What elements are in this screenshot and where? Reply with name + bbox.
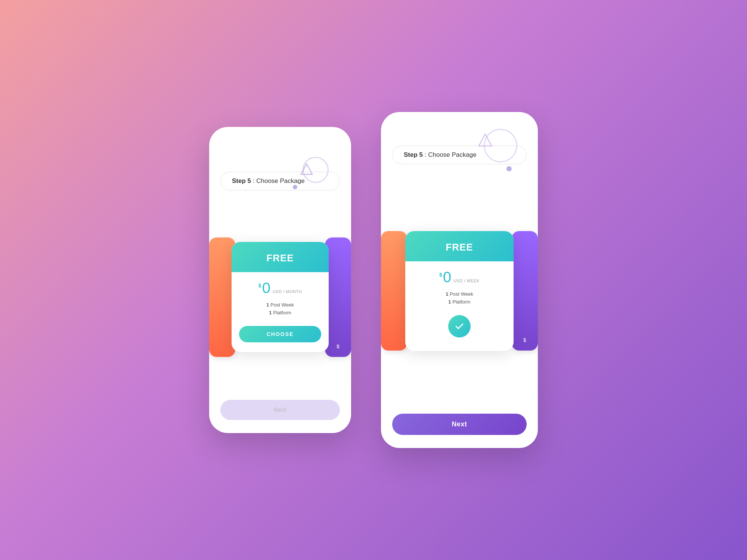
package-card-free-left: FREE $ 0 USD / MONTH 1 Post Week 1 Platf… — [232, 242, 329, 352]
feature-qty: 1 — [448, 299, 451, 305]
feature-qty: 1 — [266, 302, 269, 308]
price-row-right: $ 0 USD / WEEK — [439, 270, 480, 284]
step-number-right: Step 5 — [404, 151, 423, 158]
feature-qty: 1 — [269, 310, 272, 315]
carousel-left: $ FREE $ 0 USD / MONTH 1 Post Week — [220, 202, 340, 392]
price-row-left: $ 0 USD / MONTH — [258, 280, 302, 295]
package-header-left: FREE — [232, 242, 329, 272]
feature-list-left: 1 Post Week 1 Platform — [239, 302, 321, 318]
next-button-right[interactable]: Next — [392, 414, 527, 435]
circle-deco-left-top — [303, 157, 329, 183]
left-phone: Step 5 : Choose Package $ FREE $ 0 USD /… — [209, 127, 351, 433]
side-card-orange-right — [381, 231, 407, 351]
feature-item: 1 Platform — [239, 310, 321, 315]
price-period-right: USD / WEEK — [453, 279, 480, 283]
step-text-right: : Choose Package — [423, 151, 477, 158]
feature-list-right: 1 Post Week 1 Platform — [413, 291, 506, 307]
feature-label: Post Week — [270, 302, 294, 308]
step-number-left: Step 5 — [232, 177, 251, 184]
price-number-right: 0 — [443, 270, 451, 284]
side-card-purple-right: $ — [512, 231, 538, 351]
price-period-left: USD / MONTH — [273, 289, 302, 294]
feature-item: 1 Platform — [413, 299, 506, 305]
dot-deco-right — [506, 166, 512, 171]
feature-item: 1 Post Week — [239, 302, 321, 308]
selected-check-circle — [448, 315, 471, 337]
feature-label: Platform — [452, 299, 470, 305]
price-dollar-left: $ — [258, 283, 261, 289]
step-text-left: : Choose Package — [251, 177, 305, 184]
package-body-right: $ 0 USD / WEEK 1 Post Week 1 Platform — [405, 261, 514, 351]
circle-deco-right-top — [484, 129, 517, 162]
package-name-right: FREE — [413, 242, 506, 253]
feature-item: 1 Post Week — [413, 291, 506, 297]
price-number-left: 0 — [262, 280, 270, 295]
package-body-left: $ 0 USD / MONTH 1 Post Week 1 Platform C… — [232, 272, 329, 352]
price-dollar-right: $ — [439, 272, 442, 278]
choose-button[interactable]: CHOOSE — [239, 326, 321, 342]
feature-qty: 1 — [446, 291, 448, 297]
feature-label: Post Week — [450, 291, 473, 297]
package-name-left: FREE — [239, 252, 321, 264]
feature-label: Platform — [273, 310, 291, 315]
checkmark-icon — [454, 321, 465, 332]
side-card-purple: $ — [325, 237, 351, 357]
side-right-label: $ — [337, 343, 340, 349]
package-header-right: FREE — [405, 231, 514, 261]
carousel-right: $ FREE $ 0 USD / WEEK 1 Post Week — [392, 175, 527, 406]
package-card-free-right: FREE $ 0 USD / WEEK 1 Post Week 1 Platfo… — [405, 231, 514, 351]
dot-deco-left — [293, 185, 297, 189]
side-right-label-r: $ — [523, 337, 526, 343]
next-button-left: Next — [220, 400, 340, 420]
right-phone: Step 5 : Choose Package $ FREE $ 0 USD /… — [381, 112, 538, 448]
